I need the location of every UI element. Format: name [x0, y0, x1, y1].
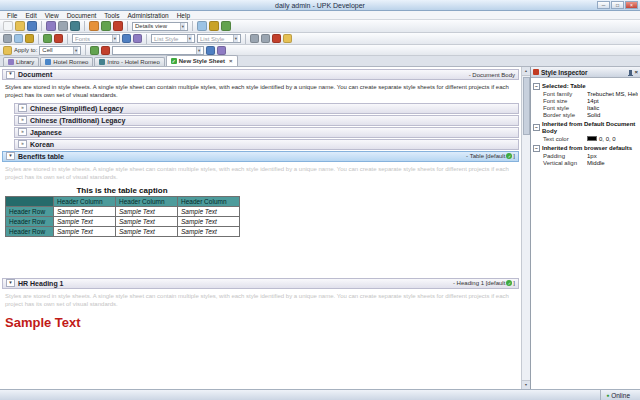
minimize-icon: ─: [602, 3, 606, 8]
tab-library[interactable]: Library: [3, 57, 39, 66]
list-style-dropdown-1[interactable]: List Style ▾: [151, 34, 195, 43]
collapse-triangle-icon[interactable]: ▼: [6, 279, 15, 287]
apply-to-select[interactable]: Cell ▾: [39, 46, 81, 55]
style-inspector-header: Style Inspector ×: [531, 67, 640, 78]
menu-edit[interactable]: Edit: [21, 12, 40, 19]
spell-check-icon[interactable]: [54, 34, 63, 43]
menu-view[interactable]: View: [41, 12, 63, 19]
panel-close-icon[interactable]: ×: [634, 69, 638, 75]
apply-to-label: Apply to:: [14, 47, 37, 53]
style-description-text-muted: Styles are stored in style sheets. A sin…: [2, 162, 519, 184]
collapse-box-icon[interactable]: −: [533, 145, 540, 152]
tab-hotel-romeo[interactable]: Hotel Romeo: [40, 57, 93, 66]
properties-icon[interactable]: [197, 21, 207, 31]
collapse-box-icon[interactable]: −: [533, 124, 540, 131]
section-header-benefits-table[interactable]: ▼ Benefits table - Table [default ✓ ]: [2, 151, 519, 162]
print-icon[interactable]: [58, 21, 68, 31]
expand-chevron-icon[interactable]: »: [18, 128, 27, 136]
inspector-group-inherited-browser-defaults[interactable]: − Inherited from browser defaults: [533, 145, 638, 152]
menu-administration[interactable]: Administration: [123, 12, 172, 19]
table-row: Header Row Sample Text Sample Text Sampl…: [6, 206, 240, 216]
pin-icon[interactable]: [629, 70, 632, 75]
expand-chevron-icon[interactable]: »: [18, 104, 27, 112]
bold-icon[interactable]: [122, 34, 131, 43]
font-color-icon[interactable]: [272, 34, 281, 43]
inspector-group-selected[interactable]: − Selected: Table: [533, 83, 638, 90]
section-title: Korean: [30, 141, 54, 148]
section-header-hr-heading-1[interactable]: ▼ HR Heading 1 - Heading 1 [default ✓ ]: [2, 278, 519, 289]
online-status-label: Online: [611, 392, 630, 399]
menu-bar: File Edit View Document Tools Administra…: [0, 11, 640, 20]
view-list-icon[interactable]: [101, 21, 111, 31]
collapse-triangle-icon[interactable]: ▼: [6, 152, 15, 160]
cut-icon[interactable]: [3, 34, 12, 43]
menu-document[interactable]: Document: [63, 12, 101, 19]
table-row: Header Row Sample Text Sample Text Sampl…: [6, 216, 240, 226]
scrollbar-thumb[interactable]: [523, 77, 530, 135]
align-left-icon[interactable]: [250, 34, 259, 43]
chevron-down-icon: ▾: [73, 47, 78, 54]
list-style-dropdown-2[interactable]: List Style ▾: [197, 34, 241, 43]
maximize-button[interactable]: □: [611, 1, 624, 9]
close-button[interactable]: ×: [625, 1, 638, 9]
section-header-korean[interactable]: » Korean: [14, 139, 519, 150]
format-painter-icon[interactable]: [43, 34, 52, 43]
folders-icon[interactable]: [209, 21, 219, 31]
collapse-box-icon[interactable]: −: [533, 83, 540, 90]
expand-chevron-icon[interactable]: »: [18, 140, 27, 148]
chevron-down-icon: ▾: [112, 35, 117, 42]
menu-tools[interactable]: Tools: [100, 12, 123, 19]
default-style-badge-icon: ✓: [506, 153, 512, 159]
header-column-cell: Header Column: [54, 196, 116, 206]
expand-chevron-icon[interactable]: »: [18, 116, 27, 124]
open-folder-icon[interactable]: [15, 21, 25, 31]
delete-row-icon[interactable]: [101, 46, 110, 55]
table-cell: Sample Text: [116, 206, 178, 216]
new-document-icon[interactable]: [3, 21, 13, 31]
paste-icon[interactable]: [25, 34, 34, 43]
tab-intro-hotel-romeo[interactable]: Intro - Hotel Romeo: [94, 57, 164, 66]
tab-new-style-sheet[interactable]: ✓ New Style Sheet ×: [166, 55, 238, 66]
section-header-japanese[interactable]: » Japanese: [14, 127, 519, 138]
header-row-cell: Header Row: [6, 216, 54, 226]
inspector-group-inherited-document-body[interactable]: − Inherited from Default Document Body: [533, 121, 638, 135]
copy-icon[interactable]: [14, 34, 23, 43]
italic-icon[interactable]: [133, 34, 142, 43]
module-icon: [45, 59, 51, 65]
editor-scrollbar[interactable]: ▲ ▼: [521, 67, 530, 389]
save-icon[interactable]: [27, 21, 37, 31]
align-center-icon[interactable]: [261, 34, 270, 43]
table-corner-cell: [6, 196, 54, 206]
fonts-dropdown[interactable]: Fonts ▾: [72, 34, 120, 43]
minimize-button[interactable]: ─: [597, 1, 610, 9]
section-header-chinese-simplified[interactable]: » Chinese (Simplified) Legacy: [14, 103, 519, 114]
table-row: Header Row Sample Text Sample Text Sampl…: [6, 226, 240, 236]
section-header-document[interactable]: ▼ Document - Document Body: [2, 69, 519, 80]
style-name-dropdown[interactable]: ▾: [112, 46, 204, 55]
details-view-dropdown[interactable]: Details view ▾: [132, 22, 188, 31]
scroll-up-icon[interactable]: ▲: [522, 67, 531, 76]
document-tab-bar: Library Hotel Romeo Intro - Hotel Romeo …: [0, 56, 640, 67]
apply-style-icon[interactable]: [3, 46, 12, 55]
tab-close-icon[interactable]: ×: [229, 58, 233, 64]
publish-icon[interactable]: [46, 21, 56, 31]
insert-row-icon[interactable]: [90, 46, 99, 55]
style-sheet-editor: ▼ Document - Document Body Styles are st…: [0, 67, 530, 389]
menu-file[interactable]: File: [3, 12, 21, 19]
section-header-chinese-traditional[interactable]: » Chinese (Traditional) Legacy: [14, 115, 519, 126]
view-details-icon[interactable]: [113, 21, 123, 31]
view-large-icons-icon[interactable]: [89, 21, 99, 31]
color-swatch: [587, 136, 597, 141]
heading-sample-text: Sample Text: [5, 315, 519, 330]
refresh-icon[interactable]: [221, 21, 231, 31]
image-icon[interactable]: [217, 46, 226, 55]
menu-help[interactable]: Help: [173, 12, 194, 19]
highlight-color-icon[interactable]: [283, 34, 292, 43]
collapse-triangle-icon[interactable]: ▼: [6, 71, 15, 79]
link-icon[interactable]: [206, 46, 215, 55]
inspector-body: − Selected: Table Font family Trebuchet …: [531, 78, 640, 389]
preview-icon[interactable]: [70, 21, 80, 31]
scroll-down-icon[interactable]: ▼: [522, 380, 531, 389]
inspector-row-font-family: Font family Trebuchet MS, Helve...: [533, 90, 638, 97]
window-title: daily admin - UPK Developer: [275, 2, 365, 9]
